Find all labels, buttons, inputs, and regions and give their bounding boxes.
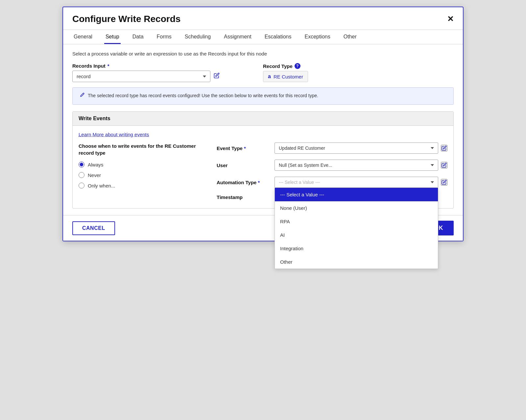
learn-more-link[interactable]: Learn More about writing events	[79, 132, 149, 137]
automation-type-select[interactable]: --- Select a Value ---	[275, 177, 438, 188]
tab-setup[interactable]: Setup	[104, 30, 121, 44]
event-type-label: Event Type *	[217, 145, 269, 151]
radio-never-input[interactable]	[79, 172, 84, 178]
close-button[interactable]: ✕	[447, 15, 454, 23]
record-type-help-icon[interactable]: ?	[295, 63, 300, 69]
user-row: User Null (Set as System Eve...	[217, 160, 447, 171]
event-type-edit-button[interactable]	[441, 145, 447, 151]
radio-never[interactable]: Never	[79, 172, 203, 178]
event-type-row: Event Type * Updated RE Customer	[217, 143, 447, 154]
radio-only-when[interactable]: Only when...	[79, 183, 203, 188]
info-banner-text: The selected record type has record even…	[88, 92, 318, 99]
write-events-content: Choose when to write events for the RE C…	[79, 143, 447, 200]
dropdown-option-integration[interactable]: Integration	[275, 242, 438, 255]
dialog-title: Configure Write Records	[72, 14, 180, 24]
write-events-section: Write Events Learn More about writing ev…	[72, 111, 454, 209]
automation-type-edit-button[interactable]	[441, 179, 447, 186]
record-type-text: RE Customer	[274, 74, 303, 79]
user-edit-button[interactable]	[441, 162, 447, 168]
record-type-badge: a RE Customer	[263, 71, 308, 82]
event-fields-section: Event Type * Updated RE Customer	[217, 143, 447, 200]
automation-type-control: --- Select a Value --- --- Select a Valu…	[275, 177, 447, 188]
tab-general[interactable]: General	[72, 30, 94, 44]
tab-scheduling[interactable]: Scheduling	[183, 30, 212, 44]
radio-only-when-input[interactable]	[79, 183, 84, 188]
dropdown-option-ai[interactable]: AI	[275, 228, 438, 242]
dropdown-option-select-value[interactable]: --- Select a Value ---	[275, 188, 438, 201]
timestamp-label: Timestamp	[217, 194, 269, 200]
automation-type-row: Automation Type * --- Select a Value ---	[217, 177, 447, 188]
tab-data[interactable]: Data	[131, 30, 145, 44]
tab-assignment[interactable]: Assignment	[223, 30, 253, 44]
records-input-label: Records Input *	[72, 63, 243, 69]
records-input-edit-button[interactable]	[213, 72, 220, 81]
radio-always-input[interactable]	[79, 162, 84, 167]
dialog-body: Select a process variable or write an ex…	[63, 44, 463, 215]
tab-exceptions[interactable]: Exceptions	[303, 30, 331, 44]
dropdown-option-none-user[interactable]: None (User)	[275, 201, 438, 215]
required-star: *	[108, 63, 109, 69]
user-control: Null (Set as System Eve...	[275, 160, 447, 171]
dialog-header: Configure Write Records ✕	[63, 7, 463, 30]
write-events-header: Write Events	[73, 112, 453, 126]
info-pencil-icon	[79, 93, 84, 100]
user-select[interactable]: Null (Set as System Eve...	[275, 160, 438, 171]
record-type-a-icon: a	[268, 74, 271, 79]
record-type-group: Record Type ? a RE Customer	[263, 63, 308, 82]
radio-always[interactable]: Always	[79, 162, 203, 167]
radio-group: Always Never Only when...	[79, 162, 203, 188]
automation-type-dropdown-menu: --- Select a Value --- None (User) RPA A…	[275, 188, 438, 269]
description-text: Select a process variable or write an ex…	[72, 51, 454, 56]
info-banner: The selected record type has record even…	[72, 87, 454, 105]
cancel-button[interactable]: CANCEL	[72, 221, 115, 235]
records-input-group: Records Input * record	[72, 63, 243, 82]
tabs-bar: General Setup Data Forms Scheduling Assi…	[63, 30, 463, 44]
dropdown-option-rpa[interactable]: RPA	[275, 215, 438, 228]
event-type-control: Updated RE Customer	[275, 143, 447, 154]
record-type-label: Record Type ?	[263, 63, 308, 69]
form-row-inputs: Records Input * record Record Type ?	[72, 63, 454, 82]
when-title: Choose when to write events for the RE C…	[79, 143, 203, 156]
records-input-select[interactable]: record	[72, 71, 210, 82]
tab-escalations[interactable]: Escalations	[263, 30, 293, 44]
write-events-body: Learn More about writing events Choose w…	[73, 126, 453, 208]
event-type-select[interactable]: Updated RE Customer	[275, 143, 438, 154]
tab-forms[interactable]: Forms	[155, 30, 173, 44]
dropdown-option-other[interactable]: Other	[275, 255, 438, 269]
automation-type-dropdown-container: --- Select a Value --- --- Select a Valu…	[275, 177, 438, 188]
user-label: User	[217, 163, 269, 168]
tab-other[interactable]: Other	[342, 30, 358, 44]
configure-write-records-dialog: Configure Write Records ✕ General Setup …	[62, 7, 464, 241]
automation-type-label: Automation Type *	[217, 180, 269, 185]
when-section: Choose when to write events for the RE C…	[79, 143, 203, 188]
records-input-row: record	[72, 71, 243, 82]
